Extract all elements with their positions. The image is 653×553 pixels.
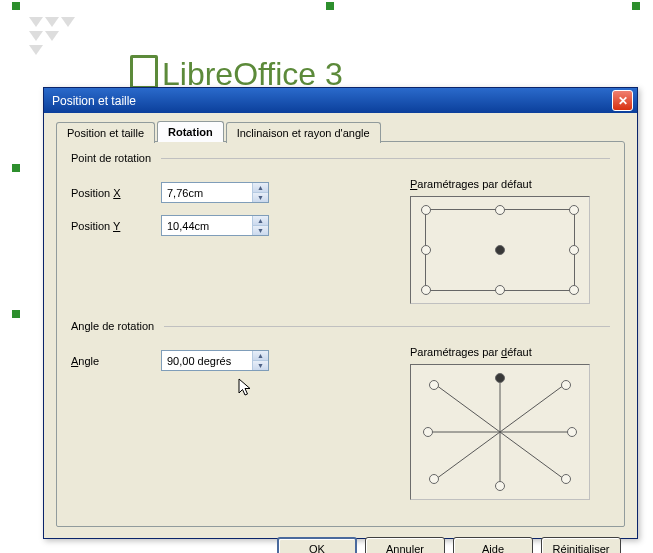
close-button[interactable]: ✕	[612, 90, 633, 111]
tab-rotation[interactable]: Rotation	[157, 121, 224, 142]
angle-180[interactable]	[423, 427, 433, 437]
selection-handle[interactable]	[12, 310, 20, 318]
decorative-triangles	[28, 16, 76, 58]
pivot-point-tr[interactable]	[569, 205, 579, 215]
position-y-field[interactable]	[162, 216, 252, 235]
position-x-label: Position X	[71, 187, 161, 199]
titlebar[interactable]: Position et taille ✕	[44, 88, 637, 113]
ok-button[interactable]: OK	[277, 537, 357, 553]
pivot-point-ml[interactable]	[421, 245, 431, 255]
default-settings-label-1: Paramétrages par défaut	[410, 178, 610, 190]
group-label-angle: Angle de rotation	[71, 320, 610, 332]
reset-button[interactable]: Réinitialiser	[541, 537, 621, 553]
default-settings-label-2: Paramétrages par défaut	[410, 346, 610, 358]
tab-slant[interactable]: Inclinaison et rayon d'angle	[226, 122, 381, 143]
tabs: Position et taille Rotation Inclinaison …	[56, 121, 625, 142]
spin-down[interactable]: ▼	[253, 193, 268, 202]
angle-field[interactable]	[162, 351, 252, 370]
position-x-input[interactable]: ▲ ▼	[161, 182, 269, 203]
pivot-point-tc[interactable]	[495, 205, 505, 215]
pivot-point-br[interactable]	[569, 285, 579, 295]
help-button[interactable]: Aide	[453, 537, 533, 553]
angle-225[interactable]	[429, 474, 439, 484]
angle-90[interactable]	[495, 373, 505, 383]
tab-content: Point de rotation Position X ▲ ▼	[56, 141, 625, 527]
pivot-diagram[interactable]	[410, 196, 590, 304]
angle-diagram[interactable]	[410, 364, 590, 500]
position-x-field[interactable]	[162, 183, 252, 202]
pivot-point-tl[interactable]	[421, 205, 431, 215]
selection-handle[interactable]	[326, 2, 334, 10]
angle-135[interactable]	[429, 380, 439, 390]
position-y-label: Position Y	[71, 220, 161, 232]
spin-down[interactable]: ▼	[253, 361, 268, 370]
position-size-dialog: Position et taille ✕ Position et taille …	[43, 87, 638, 539]
spin-up[interactable]: ▲	[253, 183, 268, 193]
selection-handle[interactable]	[12, 164, 20, 172]
pivot-point-mr[interactable]	[569, 245, 579, 255]
tab-position-size[interactable]: Position et taille	[56, 122, 155, 143]
spin-down[interactable]: ▼	[253, 226, 268, 235]
mouse-cursor-icon	[238, 378, 254, 402]
spin-up[interactable]: ▲	[253, 216, 268, 226]
pivot-point-bc[interactable]	[495, 285, 505, 295]
spin-up[interactable]: ▲	[253, 351, 268, 361]
rotation-angle-group: Angle de rotation Angle ▲ ▼	[71, 320, 610, 500]
titlebar-text: Position et taille	[52, 94, 612, 108]
position-y-input[interactable]: ▲ ▼	[161, 215, 269, 236]
close-icon: ✕	[618, 94, 628, 108]
cancel-button[interactable]: Annuler	[365, 537, 445, 553]
pivot-point-bl[interactable]	[421, 285, 431, 295]
pivot-point-center[interactable]	[495, 245, 505, 255]
dialog-buttons: OK Annuler Aide Réinitialiser	[56, 527, 625, 553]
selection-handle[interactable]	[632, 2, 640, 10]
angle-0[interactable]	[567, 427, 577, 437]
angle-label: Angle	[71, 355, 161, 367]
group-label-pivot: Point de rotation	[71, 152, 610, 164]
selection-handle[interactable]	[12, 2, 20, 10]
pivot-point-group: Point de rotation Position X ▲ ▼	[71, 152, 610, 304]
angle-input[interactable]: ▲ ▼	[161, 350, 269, 371]
